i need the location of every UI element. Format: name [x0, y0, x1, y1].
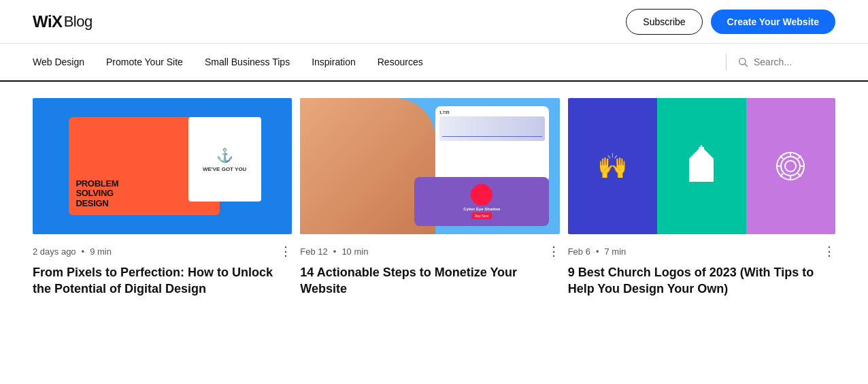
meta-dot-2: •: [333, 246, 337, 257]
search-icon: [737, 57, 748, 67]
nav-items: Web Design Promote Your Site Small Busin…: [33, 54, 715, 70]
article-card-2: 1,735 Cyber Eye Shadow Buy Now Feb 12 • …: [300, 98, 567, 314]
more-options-button-3[interactable]: ⋮: [823, 245, 835, 257]
nav-item-resources[interactable]: Resources: [378, 54, 423, 70]
article-read-time-2: 10 min: [341, 246, 368, 257]
article-meta-left-2: Feb 12 • 10 min: [300, 246, 368, 257]
article-date-1: 2 days ago: [33, 246, 76, 257]
design-card-small: ⚓ WE'VE GOT YOU: [188, 117, 261, 202]
meta-dot-1: •: [82, 246, 85, 257]
svg-line-1: [745, 64, 748, 67]
chart-area: [439, 116, 546, 141]
article-date-3: Feb 6: [568, 246, 590, 257]
logo[interactable]: WiX Blog: [33, 12, 93, 31]
meta-dot-3: •: [596, 246, 599, 257]
article-meta-left-1: 2 days ago • 9 min: [33, 246, 112, 257]
nav-item-promote-your-site[interactable]: Promote Your Site: [106, 54, 183, 70]
more-options-button-1[interactable]: ⋮: [280, 245, 292, 257]
nav: Web Design Promote Your Site Small Busin…: [0, 44, 868, 82]
compass-icon: [774, 150, 807, 182]
church-panel-purple: [746, 98, 835, 234]
church-panel-blue: 🙌: [568, 98, 657, 234]
article-image-2[interactable]: 1,735 Cyber Eye Shadow Buy Now: [300, 98, 559, 234]
hands-icon: 🙌: [597, 152, 628, 180]
phone-card: 1,735: [435, 106, 550, 182]
article-meta-1: 2 days ago • 9 min ⋮: [33, 245, 292, 257]
phone-card-title: 1,735: [439, 110, 546, 114]
product-card: Cyber Eye Shadow Buy Now: [414, 177, 549, 226]
chart-line: [442, 136, 543, 138]
church-panels: 🙌: [568, 98, 835, 234]
article-meta-3: Feb 6 • 7 min ⋮: [568, 245, 835, 257]
product-label: Cyber Eye Shadow: [463, 207, 500, 211]
more-options-button-2[interactable]: ⋮: [548, 245, 560, 257]
search-input[interactable]: [754, 57, 835, 67]
product-btn: Buy Now: [471, 212, 492, 219]
nav-divider: [726, 54, 727, 70]
articles-grid: PROBLEMSOLVINGDESIGN ⚓ WE'VE GOT YOU 2 d…: [0, 98, 868, 314]
article-meta-2: Feb 12 • 10 min ⋮: [300, 245, 559, 257]
logo-blog: Blog: [64, 13, 93, 31]
logo-wix: WiX: [33, 12, 63, 31]
header-actions: Subscribe Create Your Website: [626, 9, 835, 35]
article-image-3[interactable]: 🙌: [568, 98, 835, 234]
article-title-1[interactable]: From Pixels to Perfection: How to Unlock…: [33, 264, 292, 298]
article-read-time-1: 9 min: [90, 246, 112, 257]
nav-item-web-design[interactable]: Web Design: [33, 54, 84, 70]
create-website-button[interactable]: Create Your Website: [711, 10, 835, 34]
article-title-2[interactable]: 14 Actionable Steps to Monetize Your Web…: [300, 264, 559, 298]
svg-point-9: [785, 161, 796, 172]
article-image-1[interactable]: PROBLEMSOLVINGDESIGN ⚓ WE'VE GOT YOU: [33, 98, 292, 234]
nav-item-small-business-tips[interactable]: Small Business Tips: [205, 54, 290, 70]
search-area: [737, 57, 835, 67]
anchor-icon: ⚓: [216, 147, 233, 163]
church-building-icon: [685, 145, 718, 188]
article-card-3: 🙌: [568, 98, 835, 314]
article-meta-left-3: Feb 6 • 7 min: [568, 246, 627, 257]
article-read-time-3: 7 min: [604, 246, 626, 257]
small-card-title: WE'VE GOT YOU: [203, 166, 246, 172]
article-date-2: Feb 12: [300, 246, 327, 257]
article-title-3[interactable]: 9 Best Church Logos of 2023 (With Tips t…: [568, 264, 835, 298]
header: WiX Blog Subscribe Create Your Website: [0, 0, 868, 44]
nav-item-inspiration[interactable]: Inspiration: [312, 54, 356, 70]
article-card-1: PROBLEMSOLVINGDESIGN ⚓ WE'VE GOT YOU 2 d…: [33, 98, 300, 314]
subscribe-button[interactable]: Subscribe: [626, 9, 702, 35]
product-circle: [471, 184, 493, 206]
svg-point-8: [781, 157, 800, 176]
church-panel-teal: [657, 98, 746, 234]
svg-rect-3: [699, 167, 704, 182]
